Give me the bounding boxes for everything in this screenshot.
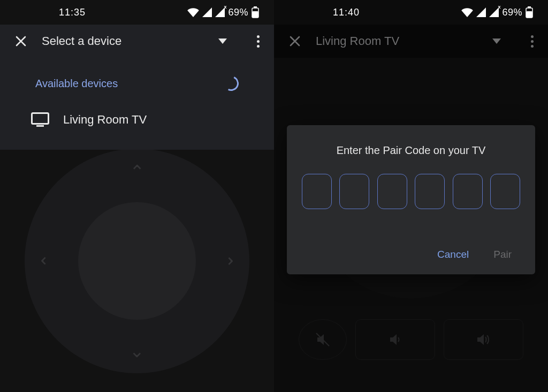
device-list-item[interactable]: Living Room TV	[0, 107, 274, 138]
pair-code-digit[interactable]	[490, 174, 520, 209]
wifi-icon	[187, 7, 199, 17]
status-icons: x 69%	[461, 6, 533, 18]
svg-rect-4	[36, 125, 44, 127]
status-icons: x 69%	[187, 6, 259, 18]
pair-code-digit[interactable]	[453, 174, 483, 209]
battery-icon	[252, 6, 259, 18]
mute-icon	[315, 332, 331, 348]
dpad-ring[interactable]: ⌃ ⌃ ⌃ ⌃	[25, 149, 249, 373]
tv-icon	[31, 112, 49, 127]
overflow-menu-button[interactable]	[526, 35, 538, 48]
pair-button[interactable]: Pair	[493, 249, 512, 260]
status-bar: 11:35 x 69%	[0, 0, 274, 25]
volume-down-icon	[388, 332, 403, 347]
battery-text: 69%	[228, 7, 248, 18]
mute-button[interactable]	[299, 319, 347, 360]
pair-code-digit[interactable]	[415, 174, 445, 209]
pair-code-digit[interactable]	[339, 174, 369, 209]
svg-rect-3	[32, 113, 49, 124]
device-dropdown-arrow[interactable]	[216, 39, 229, 44]
battery-text: 69%	[502, 7, 522, 18]
svg-rect-7	[526, 11, 532, 18]
status-bar: 11:40 x 69%	[274, 0, 548, 25]
volume-controls	[299, 319, 523, 360]
app-bar-title[interactable]: Select a device	[42, 34, 203, 48]
cancel-button[interactable]: Cancel	[437, 249, 469, 260]
battery-icon	[526, 6, 533, 18]
close-button[interactable]	[287, 33, 303, 49]
device-dropdown-arrow[interactable]	[490, 39, 503, 44]
svg-rect-2	[252, 11, 258, 18]
signal-icon-1	[476, 7, 486, 17]
app-bar-title[interactable]: Living Room TV	[316, 34, 477, 48]
dpad-left-icon[interactable]: ⌃	[39, 253, 57, 268]
volume-down-button[interactable]	[355, 319, 435, 360]
pair-code-digit[interactable]	[302, 174, 332, 209]
signal-icon-1	[202, 7, 212, 17]
dpad-area: ⌃ ⌃ ⌃ ⌃	[0, 149, 274, 392]
app-bar: Select a device	[0, 25, 274, 58]
dpad-up-icon[interactable]: ⌃	[130, 163, 144, 181]
dpad-down-icon[interactable]: ⌃	[130, 341, 144, 359]
device-name: Living Room TV	[63, 113, 147, 127]
wifi-icon	[461, 7, 473, 17]
loading-spinner-icon	[222, 74, 241, 93]
dialog-title: Enter the Pair Code on your TV	[302, 144, 520, 157]
device-select-panel: Available devices Living Room TV	[0, 58, 274, 150]
overflow-menu-button[interactable]	[252, 35, 264, 48]
phone-screen-left: 11:35 x 69% Select a device	[0, 0, 274, 392]
status-time: 11:40	[333, 7, 360, 18]
pair-code-inputs	[302, 174, 520, 209]
volume-up-button[interactable]	[444, 319, 523, 360]
volume-up-icon	[476, 332, 492, 347]
pair-code-digit[interactable]	[377, 174, 407, 209]
available-devices-label: Available devices	[35, 78, 118, 90]
status-time: 11:35	[59, 7, 86, 18]
phone-screen-right: 11:40 x 69% Living Room TV	[274, 0, 548, 392]
app-bar: Living Room TV	[274, 25, 548, 58]
close-button[interactable]	[13, 33, 29, 49]
dpad-center-button[interactable]	[78, 202, 196, 320]
dpad-right-icon[interactable]: ⌃	[217, 253, 235, 268]
pair-code-dialog: Enter the Pair Code on your TV Cancel Pa…	[287, 125, 535, 274]
